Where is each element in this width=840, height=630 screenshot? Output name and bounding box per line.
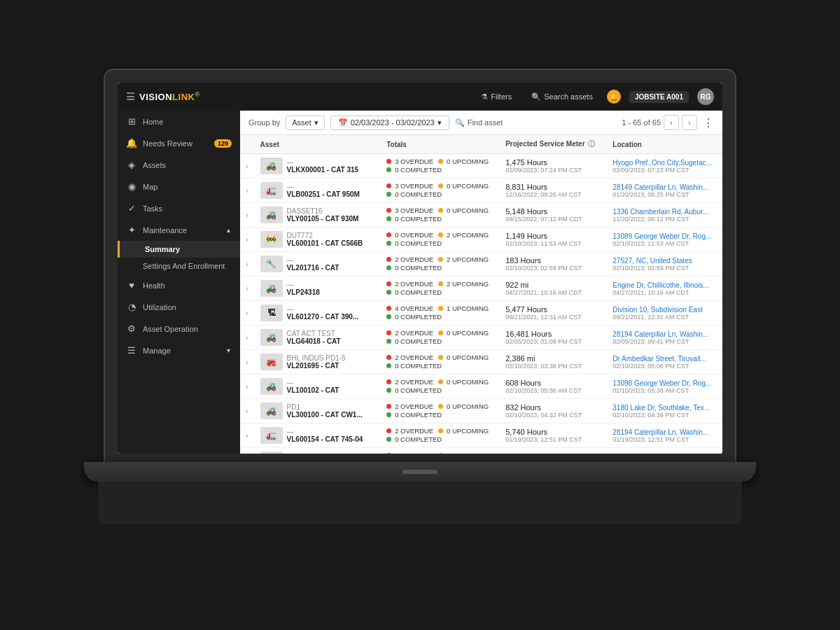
sidebar-item-asset-operation[interactable]: ⚙ Asset Operation (118, 318, 240, 340)
completed-status: 0 COMPLETED (386, 288, 494, 296)
expand-row-button[interactable]: › (246, 187, 248, 195)
expand-row-button[interactable]: › (246, 432, 248, 440)
meter-value: 16,481 Hours (505, 330, 601, 338)
completed-count: 0 COMPLETED (395, 435, 442, 443)
location-date: 02/10/2023; 11:53 AM CST (612, 240, 717, 247)
location-link[interactable]: 1336 Chamberlain Rd, Aubur... (612, 208, 708, 216)
location-link[interactable]: Division 10, Subdivision East (612, 306, 702, 314)
location-link[interactable]: 13098 George Weber Dr, Rog... (612, 379, 711, 387)
expand-row-button[interactable]: › (246, 285, 248, 293)
asset-name[interactable]: VLKX00001 - CAT 315 (287, 166, 359, 174)
location-date: 01/20/2023; 06:25 PM CST (612, 191, 717, 198)
expand-row-button[interactable]: › (246, 309, 248, 317)
overdue-status: 2 OVERDUE 0 UPCOMING (386, 354, 494, 361)
sidebar-item-settings-enrollment[interactable]: Settings And Enrollment (118, 258, 240, 274)
meter-date: 02/10/2023; 02:59 PM CST (505, 265, 601, 272)
completed-status: 0 COMPLETED (386, 435, 494, 443)
completed-dot (386, 437, 391, 442)
completed-dot (386, 241, 391, 246)
sidebar-item-utilization[interactable]: ◔ Utilization (118, 296, 240, 318)
sidebar-item-health[interactable]: ♥ Health (118, 274, 240, 296)
upcoming-dot (438, 355, 443, 360)
completed-count: 0 COMPLETED (395, 190, 442, 198)
sidebar-item-needs-review[interactable]: 🔔 Needs Review 129 (118, 132, 240, 154)
completed-count: 0 COMPLETED (395, 337, 442, 345)
asset-name[interactable]: VL601270 - CAT 390... (287, 313, 359, 321)
sidebar-item-summary[interactable]: Summary (118, 241, 240, 258)
sidebar-item-map[interactable]: ◉ Map (118, 176, 240, 197)
expand-row-button[interactable]: › (246, 211, 248, 219)
asset-thumbnail: 🚜 (260, 158, 283, 174)
asset-name[interactable]: VL201695 - CAT (287, 362, 346, 370)
location-link[interactable]: Dr Ambedkar Street, Tiruvall... (612, 355, 706, 363)
sidebar-item-manage[interactable]: ☰ Manage ▼ (118, 340, 240, 361)
sidebar-item-maintenance[interactable]: ✦ Maintenance ▲ (118, 219, 240, 241)
asset-thumbnail: 🚒 (260, 354, 283, 370)
search-assets-button[interactable]: 🔍 Search assets (526, 90, 598, 104)
next-page-button[interactable]: › (682, 115, 697, 130)
overdue-dot (386, 159, 391, 164)
overdue-status: 3 OVERDUE 0 UPCOMING (386, 182, 494, 190)
overdue-status: 3 OVERDUE 0 UPCOMING (386, 158, 494, 165)
expand-row-button[interactable]: › (246, 260, 248, 268)
prev-page-button[interactable]: ‹ (664, 115, 679, 130)
completed-status: 0 COMPLETED (386, 264, 494, 272)
asset-name[interactable]: VLG64018 - CAT (287, 337, 341, 345)
sidebar-item-assets[interactable]: ◈ Assets (118, 154, 240, 176)
location-link[interactable]: 28149 Caterpillar Ln, Washin... (612, 183, 708, 191)
upcoming-dot (438, 428, 443, 433)
location-link[interactable]: 3180 Lake Dr, Southlake, Tex... (612, 404, 710, 412)
expand-row-button[interactable]: › (246, 358, 248, 366)
overdue-dot (386, 281, 391, 286)
col-totals-header: Totals (381, 135, 500, 154)
table-row: › 🚜 — VL100102 - CAT 2 OVERDUE 0 UPCOMIN… (240, 374, 722, 399)
location-link[interactable]: Hyogo Pref.,Ono City,Sugetac... (612, 159, 712, 167)
expand-row-button[interactable]: › (246, 407, 248, 415)
asset-name[interactable]: VL600101 - CAT C566B (287, 239, 363, 247)
asset-thumbnail: 🚜 (260, 280, 283, 297)
expand-row-button[interactable]: › (246, 236, 248, 244)
asset-dash-name: — (287, 452, 363, 454)
asset-name[interactable]: VLY00105 - CAT 930M (287, 215, 359, 223)
filters-button[interactable]: ⚗ Filters (475, 90, 517, 104)
completed-dot (386, 216, 391, 221)
asset-name[interactable]: VL300100 - CAT CW1... (287, 411, 363, 419)
asset-name[interactable]: VLP24318 (287, 288, 320, 296)
location-link[interactable]: 13089 George Weber Dr, Rog... (612, 232, 711, 240)
location-link[interactable]: 27527, NC, United States (612, 257, 692, 265)
overdue-status: 2 OVERDUE 0 UPCOMING (386, 378, 494, 386)
location-link[interactable]: 28194 Caterpillar Ln, Washin... (612, 428, 708, 436)
select-chevron-icon: ▾ (314, 118, 318, 127)
asset-thumbnail: 🚛 (260, 182, 283, 199)
expand-row-button[interactable]: › (246, 162, 248, 170)
date-range-button[interactable]: 📅 02/03/2023 - 03/02/2023 ▾ (330, 115, 449, 130)
asset-name[interactable]: VL600154 - CAT 745-04 (287, 435, 363, 443)
table-row: › 🚧 DUT772 VL600101 - CAT C566B 0 OVERDU… (240, 227, 722, 252)
asset-dash-name: DASSET16 (287, 207, 359, 215)
meter-value: 183 Hours (505, 256, 601, 265)
asset-name[interactable]: VL100102 - CAT (287, 386, 340, 394)
completed-dot (386, 167, 391, 172)
find-asset-button[interactable]: 🔍 Find asset (455, 118, 503, 127)
completed-dot (386, 412, 391, 417)
completed-count: 0 COMPLETED (395, 215, 442, 223)
group-by-select[interactable]: Asset ▾ (286, 115, 325, 130)
asset-name[interactable]: VL201716 - CAT (287, 264, 340, 272)
sidebar-item-home[interactable]: ⊞ Home (118, 111, 240, 132)
user-avatar[interactable]: RG (697, 88, 714, 105)
location-link[interactable]: 28194 Caterpillar Ln, Washin... (612, 330, 708, 338)
asset-name[interactable]: VLB00251 - CAT 950M (287, 190, 360, 198)
jobsite-badge: JOBSITE A001 (629, 91, 689, 103)
location-link[interactable]: Loving County, Texas 79754, ... (612, 453, 710, 454)
sidebar-item-tasks[interactable]: ✓ Tasks (118, 197, 240, 219)
asset-dash-name: BHL INDUS PD1-5 (287, 354, 346, 362)
notification-badge[interactable]: 🔔 (607, 90, 621, 104)
menu-icon[interactable]: ☰ (126, 91, 135, 102)
asset-thumbnail: 🚜 (260, 206, 283, 223)
overdue-status: 2 OVERDUE 2 UPCOMING (386, 280, 494, 288)
expand-row-button[interactable]: › (246, 383, 248, 391)
top-navigation: ☰ VISIONLINK® ⚗ Filters 🔍 Search assets … (118, 83, 722, 111)
expand-row-button[interactable]: › (246, 334, 248, 342)
more-options-button[interactable]: ⋮ (703, 116, 714, 130)
location-link[interactable]: Engine Dr, Chillicothe, Illinois... (612, 281, 708, 289)
